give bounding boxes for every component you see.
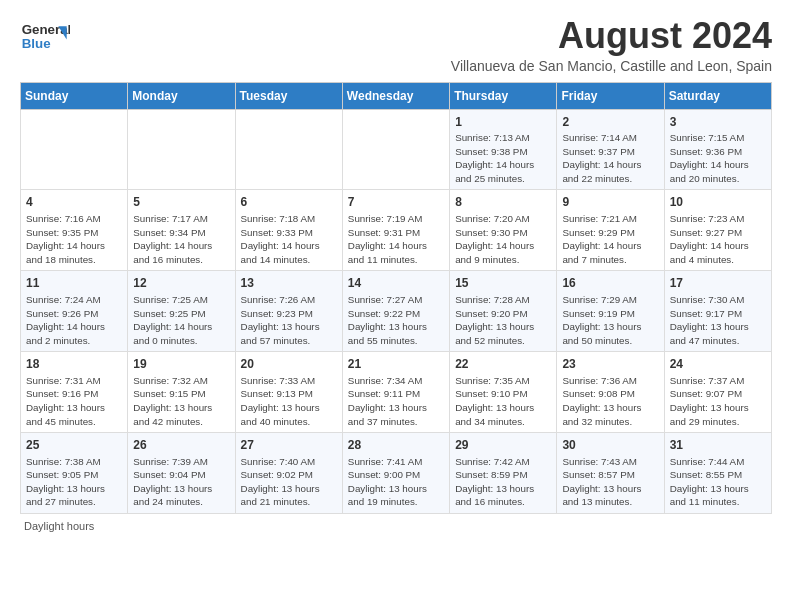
cell-details: Sunrise: 7:39 AM Sunset: 9:04 PM Dayligh… bbox=[133, 455, 229, 509]
calendar-cell: 28Sunrise: 7:41 AM Sunset: 9:00 PM Dayli… bbox=[342, 433, 449, 514]
cell-details: Sunrise: 7:31 AM Sunset: 9:16 PM Dayligh… bbox=[26, 374, 122, 428]
cell-details: Sunrise: 7:41 AM Sunset: 9:00 PM Dayligh… bbox=[348, 455, 444, 509]
cell-details: Sunrise: 7:25 AM Sunset: 9:25 PM Dayligh… bbox=[133, 293, 229, 347]
cell-details: Sunrise: 7:13 AM Sunset: 9:38 PM Dayligh… bbox=[455, 131, 551, 185]
calendar-cell: 13Sunrise: 7:26 AM Sunset: 9:23 PM Dayli… bbox=[235, 271, 342, 352]
cell-details: Sunrise: 7:36 AM Sunset: 9:08 PM Dayligh… bbox=[562, 374, 658, 428]
calendar-cell: 11Sunrise: 7:24 AM Sunset: 9:26 PM Dayli… bbox=[21, 271, 128, 352]
day-number: 7 bbox=[348, 194, 444, 211]
calendar-cell: 29Sunrise: 7:42 AM Sunset: 8:59 PM Dayli… bbox=[450, 433, 557, 514]
calendar-cell bbox=[342, 109, 449, 190]
logo: General Blue bbox=[20, 16, 70, 58]
day-number: 18 bbox=[26, 356, 122, 373]
day-number: 14 bbox=[348, 275, 444, 292]
cell-details: Sunrise: 7:37 AM Sunset: 9:07 PM Dayligh… bbox=[670, 374, 766, 428]
calendar-cell: 24Sunrise: 7:37 AM Sunset: 9:07 PM Dayli… bbox=[664, 352, 771, 433]
calendar-cell: 12Sunrise: 7:25 AM Sunset: 9:25 PM Dayli… bbox=[128, 271, 235, 352]
calendar-cell: 23Sunrise: 7:36 AM Sunset: 9:08 PM Dayli… bbox=[557, 352, 664, 433]
cell-details: Sunrise: 7:32 AM Sunset: 9:15 PM Dayligh… bbox=[133, 374, 229, 428]
cell-details: Sunrise: 7:43 AM Sunset: 8:57 PM Dayligh… bbox=[562, 455, 658, 509]
cell-details: Sunrise: 7:26 AM Sunset: 9:23 PM Dayligh… bbox=[241, 293, 337, 347]
cell-details: Sunrise: 7:38 AM Sunset: 9:05 PM Dayligh… bbox=[26, 455, 122, 509]
day-number: 8 bbox=[455, 194, 551, 211]
day-number: 4 bbox=[26, 194, 122, 211]
day-number: 9 bbox=[562, 194, 658, 211]
calendar-cell bbox=[128, 109, 235, 190]
cell-details: Sunrise: 7:27 AM Sunset: 9:22 PM Dayligh… bbox=[348, 293, 444, 347]
cell-details: Sunrise: 7:17 AM Sunset: 9:34 PM Dayligh… bbox=[133, 212, 229, 266]
calendar-cell: 21Sunrise: 7:34 AM Sunset: 9:11 PM Dayli… bbox=[342, 352, 449, 433]
calendar-cell: 3Sunrise: 7:15 AM Sunset: 9:36 PM Daylig… bbox=[664, 109, 771, 190]
day-number: 22 bbox=[455, 356, 551, 373]
svg-text:Blue: Blue bbox=[22, 36, 51, 51]
calendar-cell: 26Sunrise: 7:39 AM Sunset: 9:04 PM Dayli… bbox=[128, 433, 235, 514]
cell-details: Sunrise: 7:19 AM Sunset: 9:31 PM Dayligh… bbox=[348, 212, 444, 266]
calendar-cell: 15Sunrise: 7:28 AM Sunset: 9:20 PM Dayli… bbox=[450, 271, 557, 352]
footer-note: Daylight hours bbox=[20, 520, 772, 532]
day-number: 31 bbox=[670, 437, 766, 454]
day-number: 13 bbox=[241, 275, 337, 292]
cell-details: Sunrise: 7:30 AM Sunset: 9:17 PM Dayligh… bbox=[670, 293, 766, 347]
calendar-row-2: 4Sunrise: 7:16 AM Sunset: 9:35 PM Daylig… bbox=[21, 190, 772, 271]
day-number: 11 bbox=[26, 275, 122, 292]
subtitle: Villanueva de San Mancio, Castille and L… bbox=[451, 58, 772, 74]
calendar-cell: 5Sunrise: 7:17 AM Sunset: 9:34 PM Daylig… bbox=[128, 190, 235, 271]
calendar-row-1: 1Sunrise: 7:13 AM Sunset: 9:38 PM Daylig… bbox=[21, 109, 772, 190]
calendar-cell: 27Sunrise: 7:40 AM Sunset: 9:02 PM Dayli… bbox=[235, 433, 342, 514]
calendar-cell: 17Sunrise: 7:30 AM Sunset: 9:17 PM Dayli… bbox=[664, 271, 771, 352]
cell-details: Sunrise: 7:29 AM Sunset: 9:19 PM Dayligh… bbox=[562, 293, 658, 347]
calendar-cell: 6Sunrise: 7:18 AM Sunset: 9:33 PM Daylig… bbox=[235, 190, 342, 271]
day-number: 2 bbox=[562, 114, 658, 131]
cell-details: Sunrise: 7:40 AM Sunset: 9:02 PM Dayligh… bbox=[241, 455, 337, 509]
cell-details: Sunrise: 7:42 AM Sunset: 8:59 PM Dayligh… bbox=[455, 455, 551, 509]
cell-details: Sunrise: 7:24 AM Sunset: 9:26 PM Dayligh… bbox=[26, 293, 122, 347]
cell-details: Sunrise: 7:28 AM Sunset: 9:20 PM Dayligh… bbox=[455, 293, 551, 347]
col-header-monday: Monday bbox=[128, 82, 235, 109]
day-number: 3 bbox=[670, 114, 766, 131]
day-number: 19 bbox=[133, 356, 229, 373]
calendar-cell: 4Sunrise: 7:16 AM Sunset: 9:35 PM Daylig… bbox=[21, 190, 128, 271]
cell-details: Sunrise: 7:14 AM Sunset: 9:37 PM Dayligh… bbox=[562, 131, 658, 185]
calendar-cell: 19Sunrise: 7:32 AM Sunset: 9:15 PM Dayli… bbox=[128, 352, 235, 433]
calendar-cell: 20Sunrise: 7:33 AM Sunset: 9:13 PM Dayli… bbox=[235, 352, 342, 433]
logo-icon: General Blue bbox=[20, 16, 70, 58]
calendar-row-4: 18Sunrise: 7:31 AM Sunset: 9:16 PM Dayli… bbox=[21, 352, 772, 433]
col-header-wednesday: Wednesday bbox=[342, 82, 449, 109]
calendar-cell: 22Sunrise: 7:35 AM Sunset: 9:10 PM Dayli… bbox=[450, 352, 557, 433]
month-title: August 2024 bbox=[451, 16, 772, 56]
day-number: 6 bbox=[241, 194, 337, 211]
day-number: 25 bbox=[26, 437, 122, 454]
day-number: 23 bbox=[562, 356, 658, 373]
calendar-row-3: 11Sunrise: 7:24 AM Sunset: 9:26 PM Dayli… bbox=[21, 271, 772, 352]
day-number: 15 bbox=[455, 275, 551, 292]
title-section: August 2024 Villanueva de San Mancio, Ca… bbox=[451, 16, 772, 74]
day-number: 5 bbox=[133, 194, 229, 211]
cell-details: Sunrise: 7:21 AM Sunset: 9:29 PM Dayligh… bbox=[562, 212, 658, 266]
day-number: 30 bbox=[562, 437, 658, 454]
col-header-sunday: Sunday bbox=[21, 82, 128, 109]
cell-details: Sunrise: 7:35 AM Sunset: 9:10 PM Dayligh… bbox=[455, 374, 551, 428]
calendar-cell: 9Sunrise: 7:21 AM Sunset: 9:29 PM Daylig… bbox=[557, 190, 664, 271]
day-number: 21 bbox=[348, 356, 444, 373]
day-number: 10 bbox=[670, 194, 766, 211]
calendar-cell: 2Sunrise: 7:14 AM Sunset: 9:37 PM Daylig… bbox=[557, 109, 664, 190]
page: General Blue August 2024 Villanueva de S… bbox=[0, 0, 792, 542]
cell-details: Sunrise: 7:16 AM Sunset: 9:35 PM Dayligh… bbox=[26, 212, 122, 266]
calendar-cell: 7Sunrise: 7:19 AM Sunset: 9:31 PM Daylig… bbox=[342, 190, 449, 271]
calendar-cell: 18Sunrise: 7:31 AM Sunset: 9:16 PM Dayli… bbox=[21, 352, 128, 433]
day-number: 20 bbox=[241, 356, 337, 373]
cell-details: Sunrise: 7:23 AM Sunset: 9:27 PM Dayligh… bbox=[670, 212, 766, 266]
day-number: 16 bbox=[562, 275, 658, 292]
calendar-cell: 10Sunrise: 7:23 AM Sunset: 9:27 PM Dayli… bbox=[664, 190, 771, 271]
calendar-cell: 31Sunrise: 7:44 AM Sunset: 8:55 PM Dayli… bbox=[664, 433, 771, 514]
header: General Blue August 2024 Villanueva de S… bbox=[20, 16, 772, 74]
calendar-cell: 30Sunrise: 7:43 AM Sunset: 8:57 PM Dayli… bbox=[557, 433, 664, 514]
calendar: SundayMondayTuesdayWednesdayThursdayFrid… bbox=[20, 82, 772, 514]
day-number: 24 bbox=[670, 356, 766, 373]
day-number: 29 bbox=[455, 437, 551, 454]
day-number: 12 bbox=[133, 275, 229, 292]
col-header-tuesday: Tuesday bbox=[235, 82, 342, 109]
col-header-saturday: Saturday bbox=[664, 82, 771, 109]
cell-details: Sunrise: 7:18 AM Sunset: 9:33 PM Dayligh… bbox=[241, 212, 337, 266]
cell-details: Sunrise: 7:15 AM Sunset: 9:36 PM Dayligh… bbox=[670, 131, 766, 185]
